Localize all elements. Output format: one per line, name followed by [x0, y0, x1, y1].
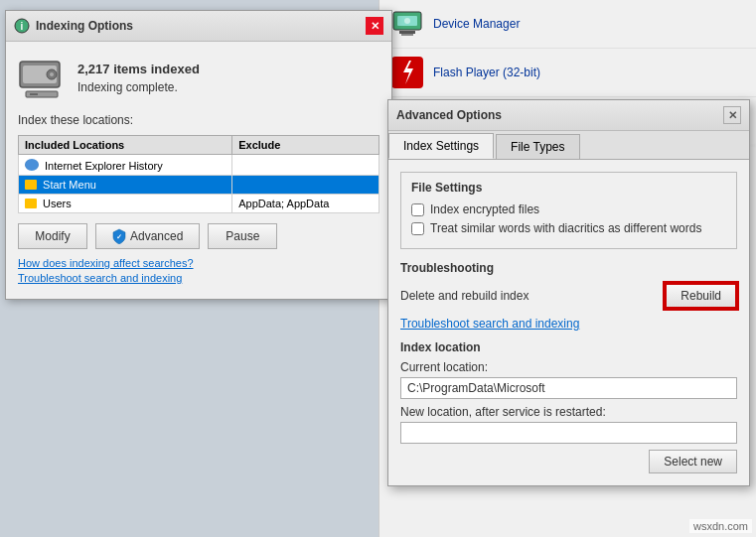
- indexing-buttons: Modify ✓ Advanced Pause: [18, 223, 379, 249]
- device-manager-label: Device Manager: [433, 17, 520, 31]
- advanced-dialog-title: Advanced Options: [396, 108, 502, 122]
- advanced-button-label: Advanced: [130, 229, 183, 243]
- select-new-row: Select new: [400, 450, 737, 473]
- indexing-stats: 2,217 items indexed Indexing complete.: [77, 62, 379, 94]
- troubleshooting-label: Troubleshooting: [400, 261, 737, 275]
- location-cell: Start Menu: [19, 176, 232, 195]
- indexing-title-icon: i: [14, 18, 30, 34]
- treat-similar-words-checkbox[interactable]: [411, 222, 424, 235]
- exclude-cell: AppData; AppData: [232, 195, 379, 213]
- flash-player-label: Flash Player (32-bit): [433, 66, 540, 79]
- indexing-header: 2,217 items indexed Indexing complete.: [18, 54, 379, 101]
- flash-player-item[interactable]: Flash Player (32-bit): [379, 49, 756, 97]
- new-location-label: New location, after service is restarted…: [400, 405, 737, 419]
- modify-button[interactable]: Modify: [18, 223, 87, 249]
- tab-index-settings[interactable]: Index Settings: [388, 133, 494, 159]
- current-location-input[interactable]: [400, 377, 737, 399]
- folder-icon: [25, 180, 37, 190]
- svg-rect-23: [30, 93, 38, 95]
- rebuild-button[interactable]: Rebuild: [665, 283, 737, 309]
- advanced-close-button[interactable]: ✕: [723, 106, 741, 124]
- table-row[interactable]: Start Menu: [19, 176, 379, 195]
- device-manager-icon: [391, 8, 423, 40]
- folder-icon: [25, 199, 37, 208]
- indexing-dialog-title: Indexing Options: [36, 19, 133, 33]
- indexing-links: How does indexing affect searches? Troub…: [18, 257, 379, 284]
- index-location-label: Index location: [400, 340, 737, 354]
- index-encrypted-label: Index encrypted files: [430, 202, 539, 216]
- indexing-close-button[interactable]: ✕: [366, 17, 383, 35]
- items-indexed-count: 2,217 items indexed: [77, 62, 379, 76]
- indexing-dialog-body: 2,217 items indexed Indexing complete. I…: [6, 42, 391, 299]
- device-manager-item[interactable]: Device Manager: [379, 0, 756, 49]
- rebuild-description: Delete and rebuild index: [400, 289, 529, 303]
- treat-similar-words-row: Treat similar words with diacritics as d…: [411, 221, 726, 235]
- indexing-titlebar: i Indexing Options ✕: [6, 11, 391, 42]
- advanced-body: File Settings Index encrypted files Trea…: [388, 160, 749, 485]
- svg-point-21: [50, 72, 54, 76]
- exclude-cell: [232, 155, 379, 176]
- new-location-input[interactable]: [400, 422, 737, 444]
- exclude-cell: [232, 176, 379, 195]
- pause-button-label: Pause: [226, 229, 259, 243]
- current-location-label: Current location:: [400, 360, 737, 374]
- file-settings-group: File Settings Index encrypted files Trea…: [400, 172, 737, 249]
- indexing-status-text: Indexing complete.: [77, 80, 379, 94]
- exclude-header: Exclude: [232, 136, 379, 155]
- svg-rect-3: [401, 34, 413, 36]
- svg-text:✓: ✓: [116, 233, 122, 240]
- index-location-section: Index location Current location: New loc…: [400, 340, 737, 473]
- index-encrypted-row: Index encrypted files: [411, 202, 726, 216]
- tab-file-types[interactable]: File Types: [496, 134, 579, 159]
- watermark: wsxdn.com: [689, 519, 752, 533]
- index-locations-label: Index these locations:: [18, 113, 379, 127]
- advanced-button[interactable]: ✓ Advanced: [95, 223, 200, 249]
- location-cell: Users: [19, 195, 232, 213]
- globe-icon: [25, 159, 39, 171]
- file-settings-label: File Settings: [411, 181, 726, 195]
- treat-similar-words-label: Treat similar words with diacritics as d…: [430, 221, 701, 235]
- indexing-options-dialog: i Indexing Options ✕ 2,217 items indexed…: [5, 10, 392, 300]
- svg-rect-2: [399, 31, 415, 34]
- rebuild-row: Delete and rebuild index Rebuild: [400, 283, 737, 309]
- locations-table: Included Locations Exclude Internet Expl…: [18, 135, 379, 213]
- flash-player-icon: [391, 57, 423, 88]
- advanced-options-dialog: Advanced Options ✕ Index Settings File T…: [387, 99, 750, 486]
- troubleshooting-section: Troubleshooting Delete and rebuild index…: [400, 261, 737, 331]
- troubleshoot-indexing-link[interactable]: Troubleshoot search and indexing: [18, 272, 379, 284]
- advanced-titlebar: Advanced Options ✕: [388, 100, 749, 131]
- indexing-title-area: i Indexing Options: [14, 18, 133, 34]
- table-row[interactable]: Internet Explorer History: [19, 155, 379, 176]
- advanced-tabs: Index Settings File Types: [388, 131, 749, 160]
- hdd-icon: [18, 54, 66, 101]
- troubleshoot-search-link[interactable]: Troubleshoot search and indexing: [400, 317, 579, 331]
- shield-icon: ✓: [112, 228, 126, 244]
- svg-point-4: [404, 18, 410, 24]
- how-does-indexing-link[interactable]: How does indexing affect searches?: [18, 257, 379, 269]
- pause-button[interactable]: Pause: [208, 223, 277, 249]
- select-new-button[interactable]: Select new: [649, 450, 737, 473]
- location-cell: Internet Explorer History: [19, 155, 232, 176]
- svg-text:i: i: [21, 21, 24, 32]
- table-row[interactable]: Users AppData; AppData: [19, 195, 379, 213]
- index-encrypted-checkbox[interactable]: [411, 203, 424, 216]
- included-locations-header: Included Locations: [19, 136, 232, 155]
